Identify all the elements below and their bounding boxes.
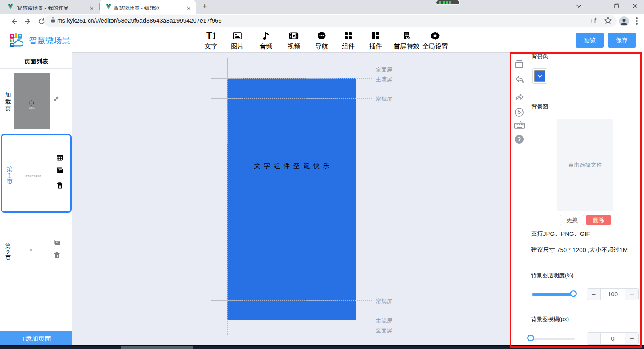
svg-text:T: T <box>206 31 212 41</box>
